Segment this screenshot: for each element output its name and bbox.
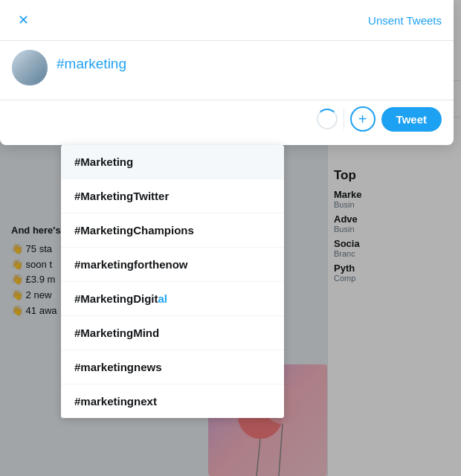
autocomplete-item-7[interactable]: #marketingnext (61, 385, 284, 418)
unsent-tweets-link[interactable]: Unsent Tweets (368, 14, 442, 27)
autocomplete-item-1[interactable]: #MarketingTwitter (61, 179, 284, 213)
add-thread-button[interactable]: + (350, 106, 375, 132)
compose-toolbar: + Tweet (0, 100, 454, 138)
hashtag-autocomplete-dropdown: #Marketing #MarketingTwitter #MarketingC… (61, 145, 284, 418)
tweet-input[interactable]: #marketing (57, 50, 442, 89)
modal-header: ✕ Unsent Tweets (0, 0, 454, 41)
character-count-spinner (317, 109, 338, 129)
user-avatar (12, 50, 48, 86)
autocomplete-item-2[interactable]: #MarketingChampions (61, 213, 284, 248)
close-button[interactable]: ✕ (12, 9, 34, 31)
avatar-image (12, 50, 48, 86)
autocomplete-item-3[interactable]: #marketingforthenow (61, 248, 284, 282)
autocomplete-item-4[interactable]: #MarketingDigital (61, 282, 284, 316)
autocomplete-item-5[interactable]: #MarketingMind (61, 316, 284, 350)
toolbar-divider (344, 109, 344, 129)
tweet-button[interactable]: Tweet (381, 107, 442, 132)
autocomplete-item-0[interactable]: #Marketing (61, 145, 284, 179)
tweet-compose-modal: ✕ Unsent Tweets #marketing + Tweet (0, 0, 454, 145)
highlight-char: al (158, 292, 168, 305)
compose-area: #marketing (0, 41, 454, 100)
autocomplete-item-6[interactable]: #marketingnews (61, 350, 284, 385)
